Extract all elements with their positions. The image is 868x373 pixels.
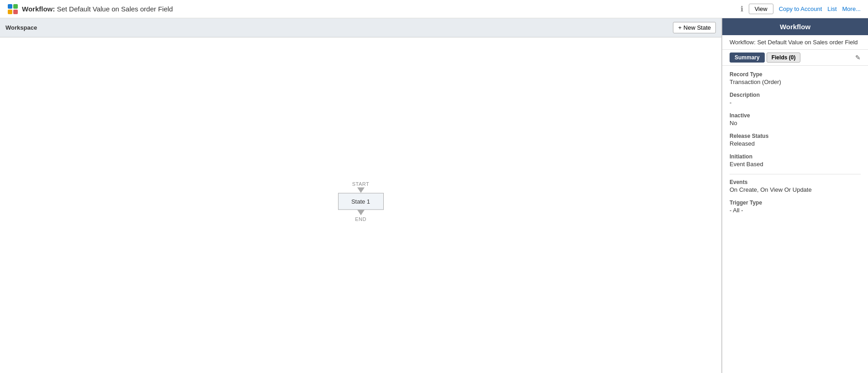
field-release-status: Release Status Released	[730, 133, 861, 147]
release-status-label: Release Status	[730, 133, 861, 139]
inactive-value: No	[730, 120, 861, 126]
plus-icon: +	[678, 24, 682, 31]
description-value: -	[730, 99, 861, 106]
svg-rect-0	[8, 4, 12, 9]
right-panel-header: Workflow	[722, 18, 868, 35]
field-description: Description -	[730, 92, 861, 106]
workflow-canvas: START State 1 END	[0, 37, 721, 373]
end-arrow-icon	[357, 210, 365, 215]
list-link[interactable]: List	[827, 5, 836, 12]
release-status-value: Released	[730, 140, 861, 147]
trigger-type-value: - All -	[730, 207, 861, 214]
right-panel-subtitle: Workflow: Set Default Value on Sales ord…	[722, 35, 868, 50]
svg-rect-3	[13, 10, 18, 14]
start-label: START	[352, 181, 370, 186]
right-panel-tabs: Summary Fields (0) ✎	[722, 50, 868, 66]
field-inactive: Inactive No	[730, 112, 861, 126]
initiation-value: Event Based	[730, 161, 861, 168]
right-panel-content: Record Type Transaction (Order) Descript…	[722, 66, 868, 373]
diagram-container: START State 1 END	[338, 181, 384, 221]
new-state-label: New State	[683, 24, 711, 31]
events-value: On Create, On View Or Update	[730, 186, 861, 193]
field-trigger-type: Trigger Type - All -	[730, 200, 861, 214]
main-layout: Workspace + New State START State 1 END …	[0, 18, 868, 373]
svg-rect-1	[13, 4, 18, 9]
field-events: Events On Create, On View Or Update	[730, 179, 861, 193]
section-divider	[730, 174, 861, 174]
record-type-value: Transaction (Order)	[730, 79, 861, 85]
more-link[interactable]: More...	[842, 5, 861, 12]
svg-rect-2	[8, 10, 12, 14]
info-icon[interactable]: ℹ	[741, 5, 743, 13]
workspace-label: Workspace	[5, 24, 37, 31]
edit-icon-button[interactable]: ✎	[855, 54, 861, 61]
tab-fields[interactable]: Fields (0)	[767, 53, 801, 63]
right-panel: Workflow Workflow: Set Default Value on …	[722, 18, 868, 373]
copy-to-account-link[interactable]: Copy to Account	[779, 5, 822, 12]
field-initiation: Initiation Event Based	[730, 153, 861, 168]
description-label: Description	[730, 92, 861, 98]
header-right: ℹ View Copy to Account List More...	[741, 4, 861, 14]
workspace-area: Workspace + New State START State 1 END	[0, 18, 722, 373]
field-record-type: Record Type Transaction (Order)	[730, 71, 861, 85]
app-logo-icon	[7, 4, 18, 15]
inactive-label: Inactive	[730, 112, 861, 119]
end-label: END	[355, 216, 366, 221]
new-state-button[interactable]: + New State	[673, 22, 716, 33]
events-label: Events	[730, 179, 861, 185]
record-type-label: Record Type	[730, 71, 861, 78]
workspace-toolbar: Workspace + New State	[0, 18, 721, 37]
start-arrow-icon	[357, 187, 365, 193]
view-button[interactable]: View	[749, 4, 773, 14]
initiation-label: Initiation	[730, 153, 861, 160]
tab-summary[interactable]: Summary	[730, 53, 765, 63]
top-header: Workflow: Set Default Value on Sales ord…	[0, 0, 868, 18]
header-left: Workflow: Set Default Value on Sales ord…	[7, 4, 173, 15]
state-box[interactable]: State 1	[338, 193, 384, 210]
page-title: Workflow: Set Default Value on Sales ord…	[22, 5, 173, 13]
trigger-type-label: Trigger Type	[730, 200, 861, 206]
